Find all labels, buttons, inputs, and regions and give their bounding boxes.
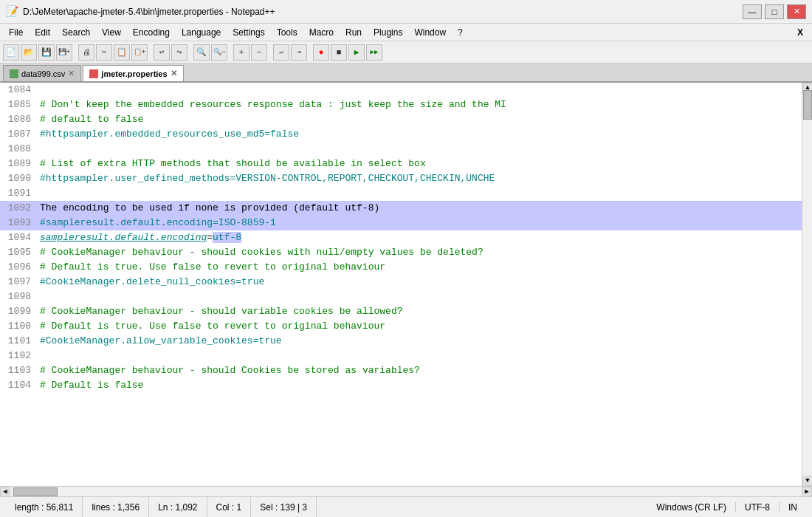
code-token: should — [201, 247, 235, 258]
tb-saveall[interactable]: 💾+ — [56, 44, 72, 61]
line-content[interactable] — [37, 349, 802, 363]
tab-close-csv[interactable]: ✕ — [68, 69, 75, 78]
line-number: 1101 — [0, 334, 37, 349]
menu-help[interactable]: ? — [452, 26, 469, 39]
line-number: 1102 — [0, 349, 37, 363]
line-content[interactable]: #httpsampler.embedded_resources_use_md5=… — [37, 127, 802, 142]
line-content[interactable]: # Default is false — [37, 378, 802, 393]
tb-redo[interactable]: ↪ — [171, 44, 187, 61]
tb-undo[interactable]: ↩ — [154, 44, 170, 61]
tb-macro-play[interactable]: ▶ — [348, 44, 365, 61]
table-row: 1088 — [0, 142, 802, 157]
menu-edit[interactable]: Edit — [29, 26, 56, 39]
table-row: 1099# CookieManager behaviour - should v… — [0, 304, 802, 319]
menu-plugins[interactable]: Plugins — [368, 26, 408, 39]
tb-new[interactable]: 📄 — [3, 44, 19, 61]
code-token: should — [235, 158, 270, 169]
minimize-button[interactable]: — — [743, 4, 762, 19]
table-row: 1095# CookieManager behaviour - should c… — [0, 245, 802, 260]
line-number: 1085 — [0, 97, 37, 112]
tb-wrap[interactable]: ↵ — [273, 44, 289, 61]
tb-replace[interactable]: 🔍↔ — [211, 44, 227, 61]
line-content[interactable]: #CookieManager.delete_null_cookies=true — [37, 275, 802, 290]
line-content[interactable]: # default to false — [37, 112, 802, 127]
menu-language[interactable]: Language — [176, 26, 227, 39]
tb-copy[interactable]: 📋 — [114, 44, 130, 61]
tb-paste[interactable]: 📋+ — [131, 44, 148, 61]
menu-view[interactable]: View — [96, 26, 127, 39]
menu-tools[interactable]: Tools — [271, 26, 303, 39]
line-content[interactable] — [37, 290, 802, 304]
line-content[interactable]: # Default is true. Use false to revert t… — [37, 260, 802, 275]
hscroll-right-arrow[interactable]: ▶ — [802, 487, 812, 497]
line-content[interactable] — [37, 83, 802, 97]
menu-search[interactable]: Search — [56, 26, 96, 39]
table-row: 1098 — [0, 290, 802, 304]
tab-data999csv[interactable]: data999.csv ✕ — [3, 65, 81, 81]
tb-indent[interactable]: ⇥ — [291, 44, 307, 61]
hscroll-left-arrow[interactable]: ◀ — [0, 487, 10, 497]
status-ins: IN — [780, 502, 806, 513]
menu-x[interactable]: X — [791, 26, 809, 39]
line-number: 1104 — [0, 378, 37, 393]
tb-open[interactable]: 📂 — [21, 44, 37, 61]
tb-zoom-in[interactable]: + — [233, 44, 250, 61]
line-content[interactable]: # List of extra HTTP methods that should… — [37, 157, 802, 171]
tb-print[interactable]: 🖨 — [78, 44, 94, 61]
horizontal-scrollbar[interactable]: ◀ ▶ — [0, 486, 812, 496]
editor-container: 1084 1085# Don't keep the embedded resou… — [0, 83, 812, 496]
tb-macro-rec[interactable]: ● — [313, 44, 329, 61]
scroll-down-arrow[interactable]: ▼ — [802, 476, 812, 486]
maximize-button[interactable]: □ — [765, 4, 784, 19]
tab-bar: data999.csv ✕ jmeter.properties ✕ — [0, 64, 812, 83]
menu-macro[interactable]: Macro — [303, 26, 340, 39]
line-content[interactable]: # CookieManager behaviour - should varia… — [37, 304, 802, 319]
code-token: # Default is true. Use false to revert t… — [40, 261, 385, 273]
vertical-scrollbar[interactable]: ▲ ▼ — [802, 83, 812, 486]
line-number: 1096 — [0, 260, 37, 275]
line-content[interactable]: The encoding to be used if none is provi… — [37, 201, 802, 216]
tb-cut[interactable]: ✂ — [96, 44, 112, 61]
tb-macro-stop[interactable]: ■ — [331, 44, 347, 61]
tb-macro-playall[interactable]: ▶▶ — [366, 44, 382, 61]
line-content[interactable]: sampleresult.default.encoding=utf-8 — [37, 230, 802, 245]
menu-file[interactable]: File — [3, 26, 29, 39]
scroll-thumb[interactable] — [803, 90, 812, 120]
close-button[interactable]: ✕ — [787, 4, 806, 19]
menu-window[interactable]: Window — [408, 26, 452, 39]
toolbar: 📄 📂 💾 💾+ 🖨 ✂ 📋 📋+ ↩ ↪ 🔍 🔍↔ + − ↵ ⇥ ● ■ ▶… — [0, 41, 812, 64]
table-row: 1091 — [0, 186, 802, 201]
line-content[interactable]: # CookieManager behaviour - should Cooki… — [37, 363, 802, 378]
line-content[interactable]: # Don't keep the embedded resources resp… — [37, 97, 802, 112]
tab-label-prop: jmeter.properties — [101, 69, 167, 78]
line-content[interactable]: # CookieManager behaviour - should cooki… — [37, 245, 802, 260]
line-content[interactable] — [37, 142, 802, 157]
status-encoding: UTF-8 — [736, 502, 780, 513]
menu-run[interactable]: Run — [340, 26, 368, 39]
menu-bar: File Edit Search View Encoding Language … — [0, 24, 812, 41]
table-row: 1104# Default is false — [0, 378, 802, 393]
code-token: = — [207, 232, 213, 243]
hscroll-thumb[interactable] — [13, 487, 58, 496]
line-number: 1094 — [0, 230, 37, 245]
line-content[interactable]: #httpsampler.user_defined_methods=VERSIO… — [37, 171, 802, 186]
line-content[interactable] — [37, 186, 802, 201]
menu-settings[interactable]: Settings — [227, 26, 270, 39]
line-content[interactable]: # Default is true. Use false to revert t… — [37, 319, 802, 334]
code-token: #CookieManager.allow_variable_cookies=tr… — [40, 335, 282, 346]
table-row: 1090#httpsampler.user_defined_methods=VE… — [0, 171, 802, 186]
table-row: 1100# Default is true. Use false to reve… — [0, 319, 802, 334]
code-token: # CookieManager behaviour - — [40, 365, 201, 376]
tb-zoom-out[interactable]: − — [251, 44, 267, 61]
tab-label-csv: data999.csv — [21, 69, 65, 78]
code-area[interactable]: 1084 1085# Don't keep the embedded resou… — [0, 83, 802, 486]
tab-jmeter-properties[interactable]: jmeter.properties ✕ — [83, 65, 183, 81]
line-number: 1090 — [0, 171, 37, 186]
tab-close-prop[interactable]: ✕ — [171, 69, 177, 78]
tb-save[interactable]: 💾 — [38, 44, 55, 61]
table-row: 1085# Don't keep the embedded resources … — [0, 97, 802, 112]
tb-find[interactable]: 🔍 — [193, 44, 210, 61]
line-content[interactable]: #CookieManager.allow_variable_cookies=tr… — [37, 334, 802, 349]
line-content[interactable]: #sampleresult.default.encoding=ISO-8859-… — [37, 216, 802, 230]
menu-encoding[interactable]: Encoding — [127, 26, 176, 39]
